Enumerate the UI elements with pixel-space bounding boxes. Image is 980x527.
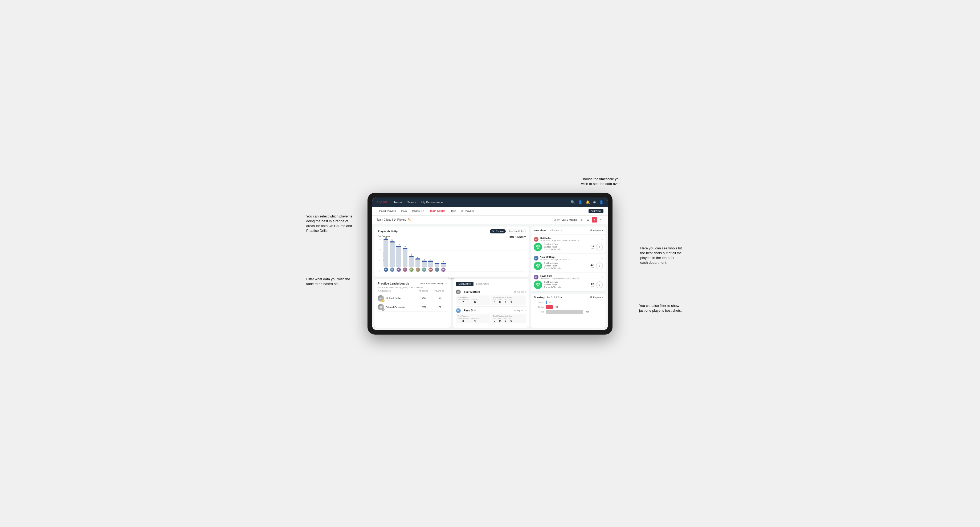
avatar-jc: JC	[403, 268, 407, 272]
show-select[interactable]: Last 3 months	[562, 219, 577, 221]
tablet-screen: clippd Home Teams My Performance 🔍 👤 🔔 ⊕…	[372, 197, 608, 330]
nav-my-performance[interactable]: My Performance	[421, 201, 443, 204]
shot-badge-matt: 200 SG	[534, 243, 542, 251]
tab-practice-drills[interactable]: Practice Drills	[507, 229, 526, 233]
avatar-richard: RB 1	[378, 295, 384, 302]
team-title: Team Clippd | 14 Players	[377, 218, 406, 221]
tab-best-shots[interactable]: Best Shots	[534, 229, 546, 232]
bar-ec: 2 EC	[434, 260, 439, 272]
bell-icon[interactable]: 🔔	[585, 200, 590, 204]
tab-most-active[interactable]: Most Active	[456, 282, 474, 286]
grid-icon[interactable]: ⊞	[579, 217, 584, 222]
shot-stat-david: 16 yds	[591, 282, 594, 287]
sub-nav-right: Add Team	[589, 209, 603, 213]
bar-label-2b: 2	[443, 260, 444, 262]
tab-on-course[interactable]: On Course	[490, 229, 506, 233]
shot-player-details-matt: Matt Miller 09 Jun 2023 · Royal North De…	[540, 237, 579, 241]
shot-entry-blair[interactable]: BM Blair McHarg 23 Jul 2023 · Ashridge G…	[531, 254, 606, 273]
pa-practice-blair: Practice 6	[471, 299, 479, 304]
table-icon[interactable]: ≡	[598, 217, 603, 222]
pa-practice-val-blair: 6	[471, 300, 479, 304]
bar-label-10: 10	[398, 243, 400, 245]
avatar-ec: EC	[435, 268, 439, 272]
annotation-filter: Filter what data you wish thetable to be…	[306, 277, 350, 286]
annotation-timescale: Choose the timescale youwish to see the …	[581, 177, 620, 186]
scoring-card: Scoring Par 3, 4 & 5s ▾ All Players ▾	[531, 294, 606, 328]
tab-least-active[interactable]: Least Active	[474, 282, 492, 286]
list-icon[interactable]: ☰	[585, 217, 591, 222]
player-activity-title: Player Activity	[378, 230, 398, 233]
scoring-filter2[interactable]: All Players ▾	[590, 296, 603, 298]
view-icons: ⊞ ☰ ♥ ≡	[579, 217, 603, 222]
most-active-tabs: Most Active Least Active	[456, 282, 526, 286]
leaderboard-filter[interactable]: PUTT Must Make Putting ... ▾	[420, 282, 447, 284]
bottom-row: Practice Leaderboards PUTT Must Make Put…	[374, 279, 529, 328]
shot-badge-david: 198 SG	[534, 281, 542, 289]
bar-jc: 9 JC	[402, 246, 407, 272]
pa-rounds-label-rees: Total Rounds	[458, 315, 488, 317]
player-name-edward: Edward Crossman	[386, 306, 405, 308]
profile-icon[interactable]: 👤	[578, 200, 582, 204]
tab-all-shots[interactable]: All Shots	[550, 229, 560, 232]
scoring-bars: Eagles 3 Birdies 96	[534, 300, 603, 314]
search-icon[interactable]: 🔍	[571, 200, 575, 204]
shot-player-details-david: David Ford 24 Aug 2023 · Royal North Dev…	[540, 275, 579, 279]
pa-app-val-rees: 0	[498, 319, 501, 322]
avatar-rb: RB	[422, 268, 426, 272]
leaderboard-subtitle: PUTT Must Make Putting (3-6 ft), Last 3 …	[378, 286, 447, 289]
rank-badge-2: 2	[382, 308, 385, 311]
edit-icon[interactable]: ✏️	[408, 218, 411, 221]
pa-avatar-rees: RB	[456, 308, 461, 313]
avatar-edward: EC 2	[378, 304, 384, 310]
tab-team-clippd[interactable]: Team Clippd	[427, 207, 448, 215]
tab-tour[interactable]: Tour	[448, 207, 458, 215]
bar-label-13: 13	[385, 237, 387, 239]
all-players-filter[interactable]: All Players ▾	[590, 229, 603, 232]
activity-tabs: On Course Practice Drills	[490, 229, 526, 233]
nav-teams[interactable]: Teams	[407, 201, 416, 204]
practice-leaderboards-card: Practice Leaderboards PUTT Must Make Put…	[374, 279, 450, 328]
pa-name-rees: Rees Britt	[464, 309, 476, 312]
scoring-row-eagles: Eagles 3	[534, 300, 603, 304]
scoring-filter1[interactable]: Par 3, 4 & 5s ▾	[547, 296, 562, 298]
user-icon[interactable]: 👤	[599, 200, 603, 204]
pa-gtt-val-rees: 0	[493, 319, 496, 322]
tab-hcaps[interactable]: Hcaps 1-5	[410, 207, 427, 215]
shot-stat-blair: 43 yds	[591, 263, 594, 268]
nav-home[interactable]: Home	[394, 201, 402, 204]
plus-icon[interactable]: ⊕	[593, 200, 596, 204]
shot-player-row-matt: MM Matt Miller 09 Jun 2023 · Royal North…	[534, 237, 603, 242]
tab-pgat-players[interactable]: PGAT Players	[377, 207, 398, 215]
shot-avatar-david: DF	[534, 275, 538, 279]
card-icon[interactable]: ♥	[592, 217, 597, 222]
scoring-header: Scoring Par 3, 4 & 5s ▾ All Players ▾	[534, 296, 603, 299]
bar-lr-fill	[441, 263, 446, 267]
col-pb-score: PB SCORE	[415, 290, 431, 292]
pa-activities-label-blair: Total Practice Activities	[493, 297, 524, 298]
shot-entry-david[interactable]: DF David Ford 24 Aug 2023 · Royal North …	[531, 273, 606, 291]
avg-richard: 110	[431, 297, 447, 300]
bar-label-2a: 2	[436, 260, 438, 262]
pa-arg-val-rees: 0	[504, 319, 507, 322]
col-player-name: PLAYER NAME	[378, 290, 415, 292]
pa-activities-label-rees: Total Practice Activities	[493, 315, 524, 317]
tablet-frame: clippd Home Teams My Performance 🔍 👤 🔔 ⊕…	[368, 193, 612, 335]
add-team-button[interactable]: Add Team	[589, 209, 603, 213]
shot-text-matt: Shot Dist: 67 yds Start Lie: Rough End L…	[544, 243, 589, 251]
bs-header: Best Shots | All Shots ▾ All Players ▾	[531, 227, 606, 235]
pa-putt-blair: PUTT 1	[509, 299, 514, 304]
pa-header-rees: RB Rees Britt 02 Sep 2023	[456, 308, 526, 313]
tab-all-players[interactable]: All Players	[458, 207, 476, 215]
chevron-david: ›	[602, 275, 603, 278]
bs-tabs: Best Shots | All Shots ▾	[534, 229, 562, 232]
table-header: PLAYER NAME PB SCORE PB AVG SQ	[378, 290, 447, 293]
total-rounds-select[interactable]: Total Rounds ▾	[508, 236, 526, 238]
bar-ob: 4 OB	[415, 256, 420, 272]
tab-pga[interactable]: PGA	[398, 207, 409, 215]
annotation-best-shots: Here you can see who's hitthe best shots…	[640, 246, 682, 265]
shot-entry-matt[interactable]: MM Matt Miller 09 Jun 2023 · Royal North…	[531, 235, 606, 254]
bar-bm: 13 BM	[383, 237, 388, 272]
avatar-mm: MM	[428, 268, 433, 272]
bar-mm-fill	[428, 260, 433, 267]
pa-date-blair: 26 Aug 2023	[514, 290, 526, 293]
